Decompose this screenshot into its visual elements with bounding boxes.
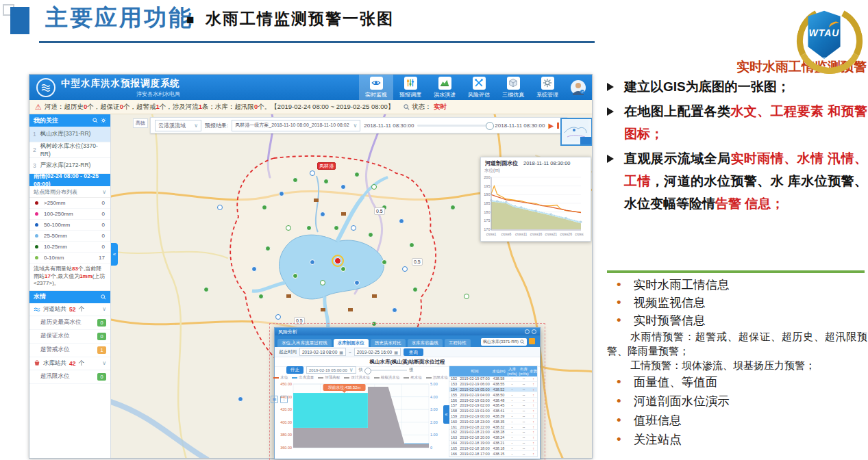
date-to-input[interactable]: 2019-02-25 16:00▦ <box>354 348 401 356</box>
search-icon[interactable] <box>101 294 106 300</box>
cell-time: 2019-02-18 22:00 <box>458 425 491 429</box>
date-from-input[interactable]: 2019-02-18 08:00▦ <box>299 348 346 356</box>
query-button[interactable]: 查询 <box>404 348 423 356</box>
tab-水位,入出库流量过程线[interactable]: 水位,入出库流量过程线 <box>277 339 332 347</box>
cell-inflow: - <box>506 452 518 456</box>
water-alert-row[interactable]: 超保证水位0 <box>29 330 110 344</box>
table-row[interactable]: 1642019-02-18 19:00438.21---↑ <box>449 441 537 446</box>
water-alert-row[interactable]: 超汛限水位0 <box>29 370 110 384</box>
cell-inflow: - <box>506 409 518 413</box>
menu-item-系统管理[interactable]: 系统管理 <box>530 75 565 100</box>
cell-index: 161 <box>449 425 458 429</box>
table-row[interactable]: 1622019-02-18 21:00438.28---↑ <box>449 430 537 435</box>
menu-item-风险评估[interactable]: 风险评估 <box>462 75 496 100</box>
watch-item[interactable]: 1枫山水库(3371-RR) <box>29 127 110 142</box>
minimap-tag[interactable] <box>580 137 591 144</box>
water-group-row[interactable]: 水库站共42个∨ <box>29 357 110 370</box>
tab-历史洪水对比[interactable]: 历史洪水对比 <box>371 339 406 347</box>
speed-slider[interactable] <box>366 370 407 371</box>
rain-legend-count: 0 <box>102 233 105 239</box>
search-icon[interactable] <box>92 118 98 123</box>
minimize-icon[interactable] <box>525 329 530 334</box>
forecast-select-value: 凤林港一级方案_2018-11-10 08:00_2018-11-10 08:0… <box>235 122 349 129</box>
cell-time: 2019-02-19 00:00 <box>458 414 491 418</box>
forecast-select[interactable]: 凤林港一级方案_2018-11-10 08:00_2018-11-10 08:0… <box>232 120 360 131</box>
frame-time-select[interactable]: 2019-02-19 05:00:00∨ <box>306 366 356 374</box>
cell-trend: ↑ <box>530 382 537 386</box>
cell-inflow: - <box>506 435 518 439</box>
search-icon[interactable] <box>520 340 525 344</box>
rain-legend-row[interactable]: >250mm0 <box>29 198 110 209</box>
cell-trend: ↑ <box>530 446 537 450</box>
rain-distribution-dropdown[interactable]: 站点降雨分布列表 ∨ <box>29 186 110 198</box>
rain-legend-row[interactable]: 25-50mm0 <box>29 231 110 242</box>
watch-item-label: 枫树岭水库水位(3370-RR) <box>40 142 107 157</box>
rain-legend-row[interactable]: 100-250mm0 <box>29 209 110 220</box>
table-row[interactable]: 1542019-02-19 05:00438.52---↑ <box>449 387 537 393</box>
svg-text:1.00: 1.00 <box>430 433 438 437</box>
table-row[interactable]: 1562019-02-19 03:00438.48---↑ <box>449 398 537 403</box>
time-start: 2018-11-11 08:30:00 <box>364 123 414 129</box>
feature-bullet-text: 建立以GIS为底图的一张图； <box>624 75 790 98</box>
table-row[interactable]: 1612019-02-18 22:00438.32---↑ <box>449 424 537 430</box>
stop-button[interactable]: 停止 <box>286 366 303 374</box>
time-slider[interactable] <box>417 125 491 127</box>
watch-item[interactable]: 2枫树岭水库水位(3370-RR) <box>29 142 110 158</box>
status-label: 状态： <box>412 103 432 112</box>
tab-水库库容曲线[interactable]: 水库库容曲线 <box>408 339 443 347</box>
table-row[interactable]: 1632019-02-18 20:00438.24---↑ <box>449 435 537 441</box>
cell-level: 438.50 <box>491 393 506 397</box>
user-avatar[interactable] <box>565 79 592 96</box>
rain-legend-row[interactable]: 0-10mm17 <box>29 253 110 264</box>
station-search-value: 枫山水库(3371-RR) <box>483 339 519 345</box>
rain-legend-label: 50-100mm <box>44 222 70 228</box>
water-alert-row[interactable]: 超警戒水位1 <box>29 344 110 357</box>
basin-select[interactable]: 云港溪流域∨ <box>155 120 201 131</box>
cell-inflow: - <box>506 441 518 445</box>
menu-item-实时监视[interactable]: 实时监视 <box>359 75 393 100</box>
table-collapse-handle[interactable]: « <box>443 405 449 424</box>
svg-text:450.00: 450.00 <box>280 382 292 386</box>
cell-time: 2019-02-18 20:00 <box>458 435 491 439</box>
water-group-row[interactable]: 河道站共52个∨ <box>29 303 110 316</box>
table-row[interactable]: 1552019-02-19 04:00438.50---↑ <box>449 392 537 398</box>
amap-label[interactable]: 高德 <box>133 118 148 128</box>
search-icon[interactable] <box>404 104 410 110</box>
table-row[interactable]: 1592019-02-19 00:00438.39---↑ <box>449 414 537 420</box>
favorite-icon[interactable] <box>529 338 535 344</box>
animation-controls: 停止 2019-02-19 05:00:00∨ 快 慢 <box>277 366 445 374</box>
rain-legend-dot-icon <box>35 212 38 216</box>
watch-item-index: 1 <box>33 131 36 138</box>
close-icon[interactable] <box>532 329 536 334</box>
speed-knob[interactable] <box>364 368 371 374</box>
table-row[interactable]: 1662019-02-18 17:00438.15---↑ <box>449 451 537 457</box>
table-row[interactable]: 1532019-02-19 06:00438.55---↑ <box>449 382 537 387</box>
menu-item-洪水演进[interactable]: 洪水演进 <box>427 75 462 100</box>
slider-knob[interactable] <box>486 122 494 130</box>
table-row[interactable]: 1522019-02-19 07:00438.58---↑ <box>449 376 537 382</box>
gear-icon[interactable] <box>101 118 106 123</box>
station-search-input[interactable]: 枫山水库(3371-RR) <box>481 338 527 346</box>
rain-legend-row[interactable]: 10-25mm0 <box>29 242 110 253</box>
play-button[interactable]: ▶ <box>548 122 554 129</box>
table-row[interactable]: 1652019-02-18 18:00438.18---↑ <box>449 446 537 451</box>
tab-工程特性[interactable]: 工程特性 <box>445 339 471 347</box>
water-alert-row[interactable]: 超历史最高水位0 <box>29 316 110 330</box>
rain-legend-row[interactable]: 50-100mm0 <box>29 220 110 231</box>
cell-inflow: - <box>506 425 518 429</box>
sidebar-collapse-handle[interactable]: « <box>111 243 118 266</box>
svg-text:175: 175 <box>484 218 490 222</box>
text-part: 个。 <box>258 103 271 110</box>
text-part: 个 <box>78 359 84 368</box>
table-row[interactable]: 1572019-02-19 02:00438.45---↑ <box>449 403 537 409</box>
text-part: 个 <box>78 305 84 314</box>
menu-item-预报调度[interactable]: 预报调度 <box>393 75 427 100</box>
dot-bullet-icon: • <box>617 372 621 392</box>
tab-水库剖面水位[interactable]: 水库剖面水位 <box>334 339 369 347</box>
watch-item[interactable]: 3严家水库(2172-RR) <box>29 158 110 174</box>
minimap[interactable] <box>560 118 592 146</box>
table-row[interactable]: 1602019-02-18 23:00438.35---↑ <box>449 419 537 424</box>
cell-time: 2019-02-18 19:00 <box>458 441 491 445</box>
menu-item-三维仿真[interactable]: 三维仿真 <box>496 75 530 100</box>
table-row[interactable]: 1582019-02-19 01:00438.41---↑ <box>449 409 537 414</box>
